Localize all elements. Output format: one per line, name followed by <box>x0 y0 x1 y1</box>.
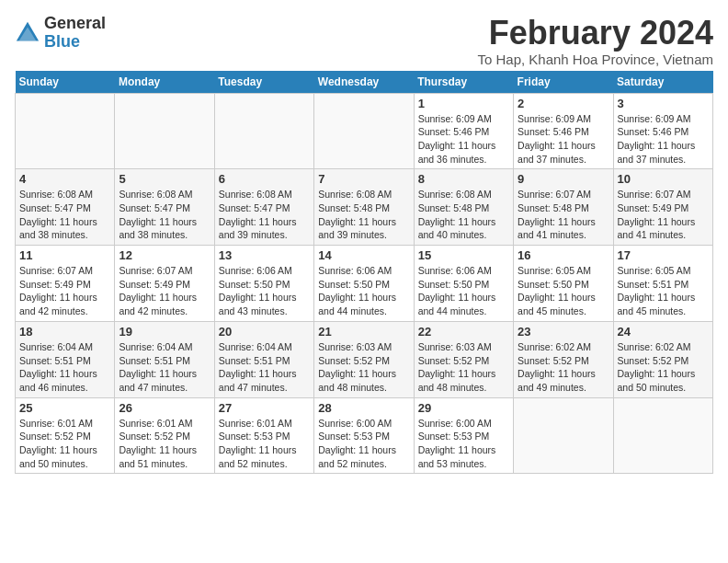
calendar-cell <box>314 93 414 169</box>
day-info: Sunrise: 6:08 AMSunset: 5:47 PMDaylight:… <box>119 188 210 242</box>
day-number: 28 <box>318 401 409 415</box>
day-number: 17 <box>618 248 709 262</box>
calendar-cell: 18Sunrise: 6:04 AMSunset: 5:51 PMDayligh… <box>16 321 115 397</box>
weekday-header-sunday: Sunday <box>16 71 115 94</box>
day-info: Sunrise: 6:03 AMSunset: 5:52 PMDaylight:… <box>418 340 509 395</box>
day-number: 14 <box>318 248 409 262</box>
day-info: Sunrise: 6:02 AMSunset: 5:52 PMDaylight:… <box>618 340 709 395</box>
page-header: General Blue February 2024 To Hap, Khanh… <box>15 15 713 67</box>
calendar-cell: 6Sunrise: 6:08 AMSunset: 5:47 PMDaylight… <box>214 169 313 246</box>
day-number: 18 <box>19 325 110 339</box>
calendar-week-row: 1Sunrise: 6:09 AMSunset: 5:46 PMDaylight… <box>16 93 713 169</box>
calendar-cell: 11Sunrise: 6:07 AMSunset: 5:49 PMDayligh… <box>16 246 115 322</box>
day-number: 16 <box>518 248 609 262</box>
day-info: Sunrise: 6:09 AMSunset: 5:46 PMDaylight:… <box>418 112 509 167</box>
calendar-week-row: 18Sunrise: 6:04 AMSunset: 5:51 PMDayligh… <box>16 321 713 397</box>
day-info: Sunrise: 6:06 AMSunset: 5:50 PMDaylight:… <box>418 264 509 318</box>
location-title: To Hap, Khanh Hoa Province, Vietnam <box>477 52 713 67</box>
calendar-cell: 2Sunrise: 6:09 AMSunset: 5:46 PMDaylight… <box>514 93 613 169</box>
day-number: 19 <box>119 325 210 339</box>
logo: General Blue <box>15 15 106 52</box>
day-info: Sunrise: 6:06 AMSunset: 5:50 PMDaylight:… <box>318 264 409 318</box>
day-number: 12 <box>119 248 210 262</box>
calendar-cell: 13Sunrise: 6:06 AMSunset: 5:50 PMDayligh… <box>214 246 313 322</box>
day-number: 25 <box>19 401 110 415</box>
day-info: Sunrise: 6:00 AMSunset: 5:53 PMDaylight:… <box>418 417 509 471</box>
calendar-cell: 19Sunrise: 6:04 AMSunset: 5:51 PMDayligh… <box>115 321 214 397</box>
logo-blue-text: Blue <box>44 32 80 51</box>
day-info: Sunrise: 6:08 AMSunset: 5:47 PMDaylight:… <box>19 188 110 242</box>
calendar-cell: 4Sunrise: 6:08 AMSunset: 5:47 PMDaylight… <box>16 169 115 246</box>
calendar-cell: 1Sunrise: 6:09 AMSunset: 5:46 PMDaylight… <box>414 93 513 169</box>
logo-general-text: General <box>44 14 106 32</box>
calendar-table: SundayMondayTuesdayWednesdayThursdayFrid… <box>15 71 713 475</box>
day-number: 6 <box>219 172 310 186</box>
weekday-header-wednesday: Wednesday <box>314 71 414 94</box>
calendar-cell: 26Sunrise: 6:01 AMSunset: 5:52 PMDayligh… <box>115 397 214 474</box>
calendar-cell: 15Sunrise: 6:06 AMSunset: 5:50 PMDayligh… <box>414 246 513 322</box>
weekday-header-saturday: Saturday <box>613 71 712 94</box>
day-info: Sunrise: 6:01 AMSunset: 5:52 PMDaylight:… <box>19 417 110 471</box>
day-number: 3 <box>618 97 709 110</box>
day-number: 27 <box>219 401 310 415</box>
calendar-cell: 25Sunrise: 6:01 AMSunset: 5:52 PMDayligh… <box>16 397 115 474</box>
calendar-cell: 20Sunrise: 6:04 AMSunset: 5:51 PMDayligh… <box>214 321 313 397</box>
day-number: 2 <box>518 97 609 110</box>
calendar-cell <box>613 397 712 474</box>
day-number: 15 <box>418 248 509 262</box>
calendar-week-row: 11Sunrise: 6:07 AMSunset: 5:49 PMDayligh… <box>16 246 713 322</box>
day-info: Sunrise: 6:05 AMSunset: 5:50 PMDaylight:… <box>518 264 609 318</box>
day-info: Sunrise: 6:04 AMSunset: 5:51 PMDaylight:… <box>119 340 210 395</box>
day-info: Sunrise: 6:01 AMSunset: 5:52 PMDaylight:… <box>119 417 210 471</box>
calendar-cell <box>115 93 214 169</box>
day-info: Sunrise: 6:08 AMSunset: 5:48 PMDaylight:… <box>418 188 509 242</box>
calendar-cell: 7Sunrise: 6:08 AMSunset: 5:48 PMDaylight… <box>314 169 414 246</box>
day-number: 24 <box>618 325 709 339</box>
day-info: Sunrise: 6:07 AMSunset: 5:48 PMDaylight:… <box>518 188 609 242</box>
day-number: 7 <box>318 172 409 186</box>
day-number: 20 <box>219 325 310 339</box>
day-info: Sunrise: 6:04 AMSunset: 5:51 PMDaylight:… <box>19 340 110 395</box>
calendar-week-row: 4Sunrise: 6:08 AMSunset: 5:47 PMDaylight… <box>16 169 713 246</box>
day-info: Sunrise: 6:08 AMSunset: 5:48 PMDaylight:… <box>318 188 409 242</box>
calendar-cell: 29Sunrise: 6:00 AMSunset: 5:53 PMDayligh… <box>414 397 513 474</box>
day-info: Sunrise: 6:08 AMSunset: 5:47 PMDaylight:… <box>219 188 310 242</box>
title-area: February 2024 To Hap, Khanh Hoa Province… <box>477 15 713 67</box>
day-info: Sunrise: 6:00 AMSunset: 5:53 PMDaylight:… <box>318 417 409 471</box>
calendar-cell: 22Sunrise: 6:03 AMSunset: 5:52 PMDayligh… <box>414 321 513 397</box>
calendar-cell: 17Sunrise: 6:05 AMSunset: 5:51 PMDayligh… <box>613 246 712 322</box>
logo-icon <box>15 20 40 46</box>
day-number: 29 <box>418 401 509 415</box>
day-number: 9 <box>518 172 609 186</box>
day-info: Sunrise: 6:02 AMSunset: 5:52 PMDaylight:… <box>518 340 609 395</box>
day-number: 23 <box>518 325 609 339</box>
day-number: 22 <box>418 325 509 339</box>
calendar-cell: 14Sunrise: 6:06 AMSunset: 5:50 PMDayligh… <box>314 246 414 322</box>
calendar-cell: 5Sunrise: 6:08 AMSunset: 5:47 PMDaylight… <box>115 169 214 246</box>
weekday-header-thursday: Thursday <box>414 71 513 94</box>
day-number: 13 <box>219 248 310 262</box>
calendar-cell: 9Sunrise: 6:07 AMSunset: 5:48 PMDaylight… <box>514 169 613 246</box>
calendar-cell: 24Sunrise: 6:02 AMSunset: 5:52 PMDayligh… <box>613 321 712 397</box>
calendar-cell: 10Sunrise: 6:07 AMSunset: 5:49 PMDayligh… <box>613 169 712 246</box>
day-number: 26 <box>119 401 210 415</box>
weekday-header-tuesday: Tuesday <box>214 71 313 94</box>
day-info: Sunrise: 6:05 AMSunset: 5:51 PMDaylight:… <box>618 264 709 318</box>
calendar-cell: 28Sunrise: 6:00 AMSunset: 5:53 PMDayligh… <box>314 397 414 474</box>
calendar-cell: 8Sunrise: 6:08 AMSunset: 5:48 PMDaylight… <box>414 169 513 246</box>
calendar-cell: 12Sunrise: 6:07 AMSunset: 5:49 PMDayligh… <box>115 246 214 322</box>
month-title: February 2024 <box>477 15 713 52</box>
calendar-cell: 21Sunrise: 6:03 AMSunset: 5:52 PMDayligh… <box>314 321 414 397</box>
day-number: 1 <box>418 97 509 110</box>
calendar-cell: 16Sunrise: 6:05 AMSunset: 5:50 PMDayligh… <box>514 246 613 322</box>
calendar-cell <box>214 93 313 169</box>
day-info: Sunrise: 6:07 AMSunset: 5:49 PMDaylight:… <box>19 264 110 318</box>
weekday-header-friday: Friday <box>514 71 613 94</box>
day-info: Sunrise: 6:09 AMSunset: 5:46 PMDaylight:… <box>618 112 709 167</box>
day-number: 5 <box>119 172 210 186</box>
day-info: Sunrise: 6:07 AMSunset: 5:49 PMDaylight:… <box>618 188 709 242</box>
day-number: 11 <box>19 248 110 262</box>
calendar-cell <box>16 93 115 169</box>
day-number: 21 <box>318 325 409 339</box>
day-info: Sunrise: 6:07 AMSunset: 5:49 PMDaylight:… <box>119 264 210 318</box>
